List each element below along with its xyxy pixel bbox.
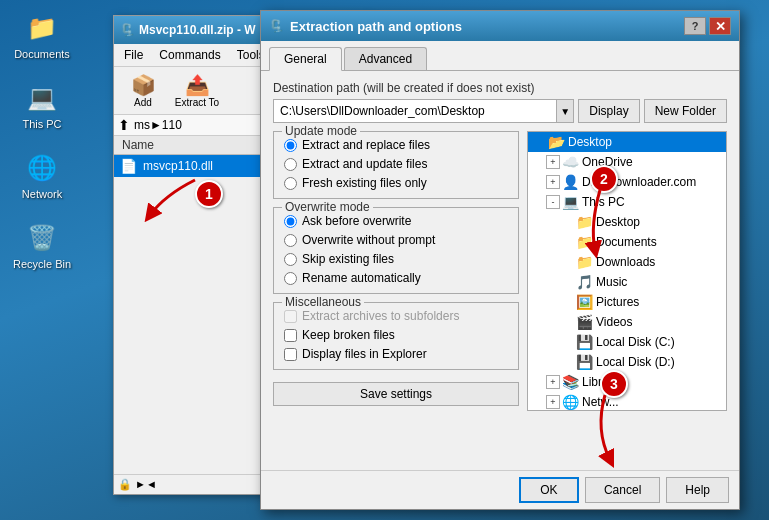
- destination-label: Destination path (will be created if doe…: [273, 81, 727, 95]
- update-mode-group: Update mode Extract and replace files Ex…: [273, 131, 519, 199]
- checkbox-extract-subfolders: Extract archives to subfolders: [284, 309, 508, 323]
- tree-expand-onedrive[interactable]: +: [546, 155, 560, 169]
- dialog-help-icon-button[interactable]: ?: [684, 17, 706, 35]
- radio-ask-before: Ask before overwrite: [284, 214, 508, 228]
- radio-overwrite-no-prompt: Overwrite without prompt: [284, 233, 508, 247]
- radio-skip-existing-input[interactable]: [284, 253, 297, 266]
- tree-icon-pictures: 🖼️: [576, 294, 593, 310]
- name-column-header: Name: [122, 138, 154, 152]
- tree-expand-empty-local-c: [560, 335, 574, 349]
- tree-item-local-c[interactable]: 💾Local Disk (C:): [528, 332, 726, 352]
- menu-file[interactable]: File: [118, 46, 149, 64]
- dialog-close-button[interactable]: ✕: [709, 17, 731, 35]
- dll-file-icon: 📄: [120, 158, 137, 174]
- tree-expand-this-pc[interactable]: -: [546, 195, 560, 209]
- desktop-icon-this-pc[interactable]: 💻 This PC: [10, 80, 74, 130]
- two-column-layout: Update mode Extract and replace files Ex…: [273, 131, 727, 411]
- this-pc-icon: 💻: [24, 80, 60, 116]
- tree-item-desktop2[interactable]: 📁Desktop: [528, 212, 726, 232]
- radio-overwrite-no-prompt-input[interactable]: [284, 234, 297, 247]
- desktop-icon-recycle-bin[interactable]: 🗑️ Recycle Bin: [10, 220, 74, 270]
- update-mode-title: Update mode: [282, 124, 360, 138]
- radio-fresh-existing-input[interactable]: [284, 177, 297, 190]
- tree-expand-empty-videos: [560, 315, 574, 329]
- tree-icon-downloads: 📁: [576, 254, 593, 270]
- tree-item-libraries[interactable]: +📚Librar...: [528, 372, 726, 392]
- dialog-tabs: General Advanced: [261, 41, 739, 70]
- menu-commands[interactable]: Commands: [153, 46, 226, 64]
- checkbox-keep-broken-input[interactable]: [284, 329, 297, 342]
- new-folder-button[interactable]: New Folder: [644, 99, 727, 123]
- display-button[interactable]: Display: [578, 99, 639, 123]
- toolbar-add-button[interactable]: 📦 Add: [118, 71, 168, 110]
- help-button[interactable]: Help: [666, 477, 729, 503]
- tree-item-downloads[interactable]: 📁Downloads: [528, 252, 726, 272]
- tree-icon-documents2: 📁: [576, 234, 593, 250]
- tree-label-this-pc: This PC: [582, 195, 625, 209]
- tree-label-downloads: Downloads: [596, 255, 655, 269]
- dialog-app-icon: 🗜️: [269, 19, 284, 33]
- tree-item-onedrive[interactable]: +☁️OneDrive: [528, 152, 726, 172]
- tree-expand-empty-pictures: [560, 295, 574, 309]
- tree-item-pictures[interactable]: 🖼️Pictures: [528, 292, 726, 312]
- tree-label-dlldownloader: DLL Downloader.com: [582, 175, 696, 189]
- radio-extract-replace: Extract and replace files: [284, 138, 508, 152]
- dialog-body: Destination path (will be created if doe…: [261, 70, 739, 421]
- desktop-icon-network[interactable]: 🌐 Network: [10, 150, 74, 200]
- add-icon: 📦: [131, 73, 156, 97]
- folder-tree[interactable]: 📂Desktop+☁️OneDrive+👤DLL Downloader.com-…: [527, 131, 727, 411]
- toolbar-extract-button[interactable]: 📤 Extract To: [172, 71, 222, 110]
- tree-expand-dlldownloader[interactable]: +: [546, 175, 560, 189]
- ok-button[interactable]: OK: [519, 477, 579, 503]
- tree-label-videos: Videos: [596, 315, 632, 329]
- overwrite-mode-title: Overwrite mode: [282, 200, 373, 214]
- tab-general[interactable]: General: [269, 47, 342, 71]
- toolbar-add-label: Add: [134, 97, 152, 108]
- radio-ask-before-input[interactable]: [284, 215, 297, 228]
- tree-label-pictures: Pictures: [596, 295, 639, 309]
- radio-rename-auto-input[interactable]: [284, 272, 297, 285]
- tree-item-videos[interactable]: 🎬Videos: [528, 312, 726, 332]
- documents-label: Documents: [14, 48, 70, 60]
- tree-expand-empty-documents2: [560, 235, 574, 249]
- tree-item-local-d[interactable]: 💾Local Disk (D:): [528, 352, 726, 372]
- tree-item-dlldownloader[interactable]: +👤DLL Downloader.com: [528, 172, 726, 192]
- destination-input[interactable]: [273, 99, 557, 123]
- checkbox-display-explorer: Display files in Explorer: [284, 347, 508, 361]
- tree-item-this-pc[interactable]: -💻This PC: [528, 192, 726, 212]
- tree-expand-libraries[interactable]: +: [546, 375, 560, 389]
- dialog-titlebar: 🗜️ Extraction path and options ? ✕: [261, 11, 739, 41]
- checkbox-display-explorer-label: Display files in Explorer: [302, 347, 427, 361]
- dialog-footer: OK Cancel Help: [261, 470, 739, 509]
- radio-extract-replace-input[interactable]: [284, 139, 297, 152]
- radio-fresh-existing: Fresh existing files only: [284, 176, 508, 190]
- radio-extract-update-input[interactable]: [284, 158, 297, 171]
- tree-icon-desktop: 📂: [548, 134, 565, 150]
- tree-label-music: Music: [596, 275, 627, 289]
- desktop-icon-documents[interactable]: 📁 Documents: [10, 10, 74, 60]
- tree-expand-empty-desktop: [532, 135, 546, 149]
- tree-expand-empty-downloads: [560, 255, 574, 269]
- checkbox-keep-broken-label: Keep broken files: [302, 328, 395, 342]
- miscellaneous-title: Miscellaneous: [282, 295, 364, 309]
- dialog-title: Extraction path and options: [290, 19, 462, 34]
- extract-icon: 📤: [185, 73, 210, 97]
- save-settings-button[interactable]: Save settings: [273, 382, 519, 406]
- tree-label-documents2: Documents: [596, 235, 657, 249]
- tree-item-documents2[interactable]: 📁Documents: [528, 232, 726, 252]
- dialog-controls: ? ✕: [684, 17, 731, 35]
- tree-item-music[interactable]: 🎵Music: [528, 272, 726, 292]
- tab-advanced[interactable]: Advanced: [344, 47, 427, 70]
- recycle-bin-label: Recycle Bin: [13, 258, 71, 270]
- tree-item-desktop[interactable]: 📂Desktop: [528, 132, 726, 152]
- checkbox-keep-broken: Keep broken files: [284, 328, 508, 342]
- tree-item-network[interactable]: +🌐Netw...: [528, 392, 726, 411]
- documents-icon: 📁: [24, 10, 60, 46]
- tree-label-local-d: Local Disk (D:): [596, 355, 675, 369]
- tree-label-desktop: Desktop: [568, 135, 612, 149]
- destination-dropdown-arrow[interactable]: ▼: [556, 99, 574, 123]
- cancel-button[interactable]: Cancel: [585, 477, 660, 503]
- radio-fresh-existing-label: Fresh existing files only: [302, 176, 427, 190]
- checkbox-display-explorer-input[interactable]: [284, 348, 297, 361]
- tree-expand-network[interactable]: +: [546, 395, 560, 409]
